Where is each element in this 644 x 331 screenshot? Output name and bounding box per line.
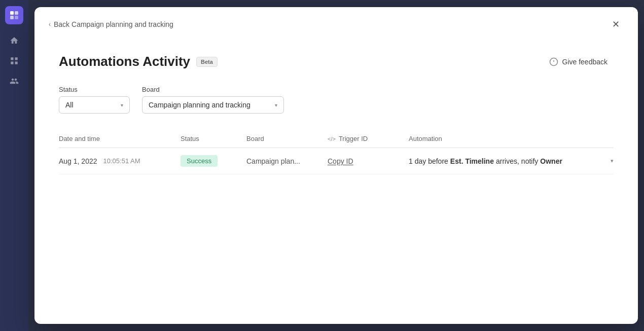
automation-text: 1 day before Est. Timeline arrives, noti…: [409, 157, 562, 165]
col-header-board: Board: [246, 135, 328, 142]
svg-rect-3: [15, 16, 18, 19]
automation-text-5: Owner: [540, 157, 562, 165]
automation-cell: 1 day before Est. Timeline arrives, noti…: [409, 157, 614, 165]
status-filter-label: Status: [59, 86, 130, 93]
board-filter-group: Board Campaign planning and tracking ▾: [142, 86, 284, 114]
status-filter-value: All: [65, 101, 74, 109]
svg-rect-2: [10, 16, 14, 19]
back-chevron-icon: ‹: [49, 21, 51, 28]
board-filter-value: Campaign planning and tracking: [149, 101, 251, 109]
modal-header: ‹ Back Campaign planning and tracking ✕: [34, 7, 638, 40]
status-cell: Success: [181, 155, 246, 167]
filters-row: Status All ▾ Board Campaign planning and…: [59, 86, 614, 114]
close-icon: ✕: [612, 19, 620, 30]
back-label: Back: [54, 20, 69, 28]
status-badge: Success: [181, 155, 218, 167]
svg-rect-1: [15, 11, 18, 15]
trigger-code-icon: </>: [328, 136, 336, 142]
give-feedback-button[interactable]: Give feedback: [543, 54, 614, 69]
automation-text-2: Est. Timeline: [450, 157, 494, 165]
date-cell: Aug 1, 2022 10:05:51 AM: [59, 157, 181, 165]
page-title: Automations Activity: [59, 54, 190, 69]
sidebar-logo[interactable]: [5, 6, 23, 24]
modal-overlay: ‹ Back Campaign planning and tracking ✕ …: [28, 0, 644, 331]
date-value: Aug 1, 2022: [59, 157, 97, 165]
col-header-status: Status: [181, 135, 246, 142]
status-chevron-icon: ▾: [121, 102, 123, 108]
feedback-icon: [549, 57, 558, 66]
sidebar: [0, 0, 28, 331]
trigger-id-cell[interactable]: Copy ID: [328, 157, 409, 165]
beta-badge: Beta: [196, 57, 218, 67]
automation-text-3: arrives,: [496, 157, 519, 165]
board-filter-select[interactable]: Campaign planning and tracking ▾: [142, 96, 284, 114]
back-page: Campaign planning and tracking: [71, 20, 173, 28]
back-link-text: Back Campaign planning and tracking: [54, 20, 173, 28]
modal: ‹ Back Campaign planning and tracking ✕ …: [34, 7, 638, 324]
table-row: Aug 1, 2022 10:05:51 AM Success Campaign…: [59, 148, 614, 174]
status-filter-select[interactable]: All ▾: [59, 96, 130, 114]
automation-text-1: 1 day before: [409, 157, 448, 165]
board-chevron-icon: ▾: [275, 102, 277, 108]
modal-content: Automations Activity Beta Give feedback …: [34, 40, 638, 189]
col-header-trigger: </> Trigger ID: [328, 135, 409, 142]
sidebar-users-icon[interactable]: [6, 73, 22, 89]
close-button[interactable]: ✕: [607, 16, 624, 32]
automation-expand-icon[interactable]: ▾: [611, 158, 614, 164]
back-link[interactable]: ‹ Back Campaign planning and tracking: [49, 20, 173, 28]
automation-text-4: notify: [521, 157, 538, 165]
status-filter-group: Status All ▾: [59, 86, 130, 114]
board-filter-label: Board: [142, 86, 284, 93]
page-title-row: Automations Activity Beta Give feedback: [59, 54, 614, 69]
table-header: Date and time Status Board </> Trigger I…: [59, 130, 614, 148]
sidebar-home-icon[interactable]: [6, 32, 22, 49]
svg-rect-0: [10, 11, 14, 15]
col-header-date: Date and time: [59, 135, 181, 142]
page-title-left: Automations Activity Beta: [59, 54, 218, 69]
give-feedback-label: Give feedback: [562, 58, 608, 66]
time-value: 10:05:51 AM: [103, 157, 140, 165]
sidebar-grid-icon[interactable]: [6, 53, 22, 69]
col-header-automation: Automation: [409, 135, 614, 142]
activity-table: Date and time Status Board </> Trigger I…: [59, 130, 614, 174]
board-cell: Campaign plan...: [246, 157, 328, 165]
